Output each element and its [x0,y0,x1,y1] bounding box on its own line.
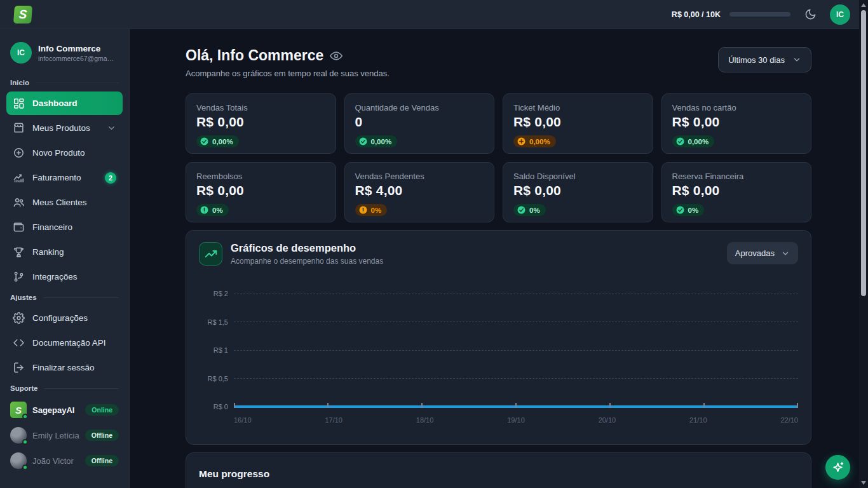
stat-card-badge-text: 0% [371,207,382,214]
support-contact-name: SagepayAI [32,405,74,415]
chart-title: Gráficos de desempenho [231,242,383,254]
sidebar-item-label: Faturamento [32,173,81,182]
chart-gridline [234,294,798,294]
user-name: Info Commerce [38,44,114,53]
sidebar-item-meus-clientes[interactable]: Meus Clientes [6,191,123,214]
period-select-value: Últimos 30 dias [728,55,785,65]
status-dot [22,464,28,470]
stat-card-label: Vendas Totais [196,103,325,112]
chart-x-tick-label: 16/10 [234,416,252,424]
sidebar-item-dashboard[interactable]: Dashboard [6,92,123,115]
stat-card-badge: 0,00% [196,135,239,147]
stat-card-badge: 0,00% [513,135,556,147]
sidebar-item-label: Financeiro [32,222,72,232]
avatar-photo [10,427,27,444]
stat-card-label: Ticket Médio [513,103,642,112]
sidebar-item-novo-produto[interactable]: Novo Produto [6,141,123,165]
chart-grid-row: R$ 0 [199,403,798,410]
stat-card-badge: 0,00% [355,135,398,147]
storefront-icon [13,122,25,134]
chart-y-tick: R$ 1,5 [199,318,228,326]
toggle-values-button[interactable] [330,50,342,62]
sidebar-item-label: Integrações [32,272,78,281]
ai-assistant-fab[interactable] [825,455,850,480]
nav-ajustes: ConfiguraçõesDocumentação APIFinalizar s… [5,306,124,379]
stat-card-value: R$ 0,00 [513,183,642,198]
check-circle-icon [200,137,208,146]
chart-x-tickmark [797,403,798,408]
chart-subtitle: Acompanhe o desempenho das suas vendas [231,257,383,266]
sidebar-item-documenta-o-api[interactable]: Documentação API [6,331,123,355]
sidebar-item-finalizar-sess-o[interactable]: Finalizar sessão [6,356,123,379]
avatar-photo [10,452,27,469]
chart-y-tick: R$ 0 [199,403,228,410]
sidebar-item-label: Ranking [32,247,64,257]
stat-card-label: Reembolsos [196,172,325,181]
page-title: Olá, Info Commerce [186,47,390,64]
stat-card-label: Quantidade de Vendas [355,103,484,112]
period-select[interactable]: Últimos 30 dias [718,47,811,72]
chart-gridline [234,322,798,322]
sidebar-item-ranking[interactable]: Ranking [6,240,123,264]
stat-card-vendas-totais: Vendas TotaisR$ 0,000,00% [186,93,336,154]
scrollbar-down-arrow[interactable] [861,481,866,485]
check-circle-icon [517,206,526,214]
support-contact-jo-o-victor[interactable]: João VictorOffline [5,448,124,473]
stat-card-label: Vendas Pendentes [355,172,484,181]
status-dot [22,439,28,445]
chart-x-tick-label: 18/10 [416,416,434,424]
stat-card-value: R$ 4,00 [355,183,484,198]
page-subtitle: Acompanhe os gráficos em tempo real de s… [186,69,390,78]
sidebar-item-label: Finalizar sessão [32,363,95,372]
branch-icon [13,271,25,283]
stat-card-badge-text: 0% [688,207,699,214]
stat-card-vendas-pendentes: Vendas PendentesR$ 4,000% [344,162,495,222]
chart-filter-value: Aprovadas [735,248,775,258]
window-scrollbar [859,0,868,488]
chevron-down-icon [781,249,790,258]
greeting-prefix: Olá, [186,47,213,64]
sidebar-item-financeiro[interactable]: Financeiro [6,215,123,239]
chart-trend-icon [13,172,25,184]
code-icon [13,337,25,349]
notification-badge: 2 [105,172,116,184]
chart-x-tick-label: 22/10 [780,416,798,424]
sparkle-icon [831,461,845,475]
stat-card-badge-text: 0% [212,207,223,214]
performance-chart-panel: Gráficos de desempenho Acompanhe o desem… [186,230,811,445]
sagepay-logo-icon: S [13,6,32,24]
stat-card-value: R$ 0,00 [196,114,325,130]
progress-panel: Meu progresso [186,452,811,488]
user-avatar[interactable]: IC [830,4,850,25]
sidebar-item-meus-produtos[interactable]: Meus Produtos [6,116,123,140]
stat-card-label: Reserva Financeira [672,172,801,181]
sidebar-item-label: Novo Produto [32,148,85,158]
stat-card-value: 0 [355,114,484,130]
sidebar-user-card[interactable]: IC Info Commerce infocommerce67@gmail... [5,37,124,74]
stat-card-badge: 0% [196,204,229,216]
stat-card-ticket-m-dio: Ticket MédioR$ 0,000,00% [503,93,653,154]
sidebar-item-integra-es[interactable]: Integrações [6,265,123,288]
sidebar-item-configura-es[interactable]: Configurações [6,306,123,330]
moon-icon [804,8,817,20]
stat-card-value: R$ 0,00 [196,183,325,198]
chart-gridline [234,350,798,351]
support-contact-emily-let-cia[interactable]: Emily LetíciaOffline [5,423,124,448]
support-list: SSagepayAIOnlineEmily LetíciaOfflineJoão… [5,397,124,473]
sagepay-logo-icon: S [10,402,27,418]
support-contact-sagepayai[interactable]: SSagepayAIOnline [5,397,124,423]
stat-card-value: R$ 0,00 [672,114,801,130]
chart-data-line [234,405,798,408]
chart-filter-select[interactable]: Aprovadas [727,242,798,264]
chart-y-tick: R$ 2 [199,290,228,297]
sidebar-item-faturamento[interactable]: Faturamento2 [6,166,123,189]
greeting-name: Info Commerce [217,47,323,64]
topbar: S R$ 0,00 / 10K IC [0,0,859,29]
stat-card-badge: 0% [513,204,546,216]
scrollbar-up-arrow[interactable] [861,3,866,7]
chart-x-tick-label: 19/10 [507,416,525,424]
scrollbar-thumb[interactable] [861,10,866,296]
dark-mode-toggle[interactable] [799,4,821,25]
chart-x-tick-label: 20/10 [599,416,616,424]
sidebar-item-label: Meus Clientes [32,198,87,207]
